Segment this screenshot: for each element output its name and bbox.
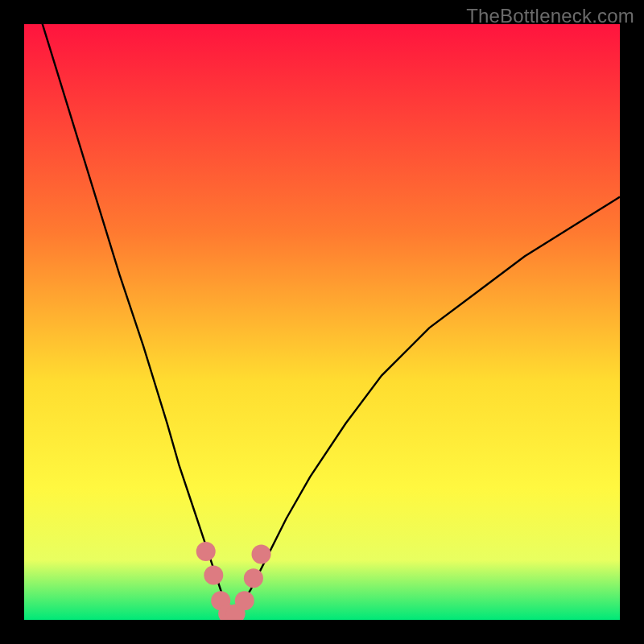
plot-area — [24, 24, 620, 620]
watermark-text: TheBottleneck.com — [466, 5, 634, 27]
marker-dot — [244, 568, 263, 588]
chart-svg — [24, 24, 620, 620]
marker-dot — [204, 566, 223, 585]
marker-dot — [235, 591, 254, 610]
chart-frame: TheBottleneck.com — [0, 0, 644, 644]
marker-dot — [252, 545, 271, 564]
marker-dot — [196, 542, 216, 561]
gradient-background — [24, 24, 620, 620]
